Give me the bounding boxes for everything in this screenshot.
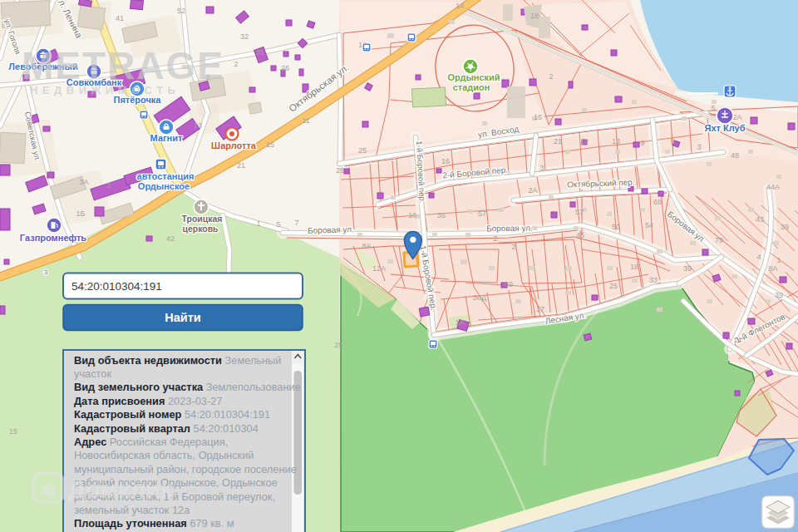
svg-text:METRAGE: METRAGE: [22, 44, 224, 87]
svg-text:церковь: церковь: [182, 224, 219, 234]
svg-text:44А: 44А: [766, 183, 780, 191]
svg-text:автостанция: автостанция: [137, 171, 195, 181]
svg-text:Домклик: Домклик: [68, 476, 173, 503]
svg-text:42: 42: [166, 234, 175, 243]
svg-text:12А: 12А: [372, 264, 386, 273]
svg-text:земельный участок 12а: земельный участок 12а: [74, 504, 190, 516]
svg-text:2: 2: [493, 234, 497, 243]
svg-text:18: 18: [530, 12, 539, 20]
svg-text:45: 45: [576, 231, 584, 239]
svg-text:15: 15: [266, 140, 274, 149]
svg-text:17: 17: [580, 138, 589, 146]
svg-text:7: 7: [294, 219, 298, 227]
svg-text:9: 9: [640, 139, 644, 147]
svg-text:Троицкая: Троицкая: [182, 214, 223, 224]
svg-text:3: 3: [44, 268, 48, 276]
svg-text:Вид объекта недвижимости Земел: Вид объекта недвижимости Земельный: [74, 354, 281, 367]
svg-text:41: 41: [116, 14, 124, 22]
svg-text:13: 13: [612, 137, 620, 145]
svg-text:25: 25: [609, 282, 618, 290]
svg-text:1: 1: [776, 256, 781, 264]
svg-text:3А: 3А: [79, 178, 88, 186]
svg-text:2: 2: [234, 60, 238, 68]
svg-text:14: 14: [733, 336, 741, 344]
svg-text:50: 50: [612, 223, 620, 231]
svg-text:31: 31: [256, 48, 264, 57]
svg-text:17: 17: [536, 305, 544, 313]
svg-text:25: 25: [336, 166, 344, 175]
svg-text:2А: 2А: [528, 186, 537, 195]
svg-text:18: 18: [630, 263, 638, 271]
svg-text:5: 5: [276, 220, 280, 229]
svg-text:10: 10: [408, 211, 416, 219]
svg-text:Вид земельного участка Землепо: Вид земельного участка Землепользование: [74, 381, 301, 393]
svg-text:57: 57: [478, 209, 486, 218]
svg-text:69: 69: [505, 280, 513, 288]
svg-text:39: 39: [683, 264, 692, 273]
svg-text:43: 43: [756, 215, 764, 224]
svg-text:48: 48: [731, 151, 739, 160]
svg-text:стадион: стадион: [453, 82, 490, 92]
svg-text:57: 57: [575, 208, 584, 216]
svg-text:69: 69: [653, 198, 662, 206]
svg-text:Боровая ул.: Боровая ул.: [308, 224, 354, 235]
svg-text:8А: 8А: [362, 242, 371, 250]
svg-text:участок: участок: [74, 367, 111, 380]
svg-text:2: 2: [549, 72, 553, 81]
svg-text:52: 52: [177, 7, 185, 15]
svg-text:39: 39: [775, 291, 783, 299]
svg-text:Адрес Российская Федерация,: Адрес Российская Федерация,: [74, 436, 228, 448]
svg-text:3: 3: [539, 164, 544, 172]
svg-text:Яхт Клуб: Яхт Клуб: [705, 123, 746, 133]
svg-text:Ордынский: Ордынский: [447, 72, 500, 82]
svg-text:5: 5: [711, 104, 715, 112]
svg-text:36Д: 36Д: [473, 293, 486, 302]
svg-text:Дата присвоения 2023-03-27: Дата присвоения 2023-03-27: [74, 395, 222, 407]
svg-text:79: 79: [715, 236, 723, 244]
svg-text:14: 14: [456, 2, 464, 10]
svg-text:25: 25: [334, 341, 342, 349]
svg-text:Газпромнефть: Газпромнефть: [20, 233, 87, 243]
svg-text:Кадастровый номер 54:20:010304: Кадастровый номер 54:20:010304:191: [74, 408, 270, 421]
svg-text:НЕДВИЖИМОСТЬ: НЕДВИЖИМОСТЬ: [30, 84, 180, 96]
svg-text:Ордынское: Ордынское: [138, 181, 190, 191]
svg-text:2: 2: [106, 181, 111, 190]
svg-text:Боровая ул.: Боровая ул.: [486, 224, 533, 234]
svg-text:5: 5: [670, 137, 674, 145]
svg-text:Новосибирская область, Ордынск: Новосибирская область, Ордынский: [74, 449, 254, 461]
svg-text:11: 11: [302, 116, 309, 125]
svg-text:1Б: 1Б: [76, 209, 86, 218]
svg-text:Кадастровый квартал 54:20:0103: Кадастровый квартал 54:20:010304: [74, 422, 259, 435]
svg-text:2А: 2А: [732, 113, 741, 121]
svg-text:25: 25: [358, 146, 367, 155]
svg-text:Найти: Найти: [165, 311, 200, 324]
svg-text:35: 35: [437, 211, 446, 219]
svg-text:54: 54: [645, 221, 653, 229]
svg-text:2: 2: [511, 243, 515, 251]
svg-text:1А: 1А: [455, 318, 464, 327]
svg-text:Площадь уточненная 679 кв. м: Площадь уточненная 679 кв. м: [74, 517, 234, 530]
svg-text:муниципальный район, городское: муниципальный район, городское поселение: [74, 463, 297, 475]
svg-text:16: 16: [441, 157, 450, 165]
svg-text:32: 32: [240, 32, 249, 41]
svg-text:39: 39: [781, 223, 789, 231]
svg-text:1: 1: [256, 219, 260, 228]
svg-text:21: 21: [237, 161, 245, 170]
svg-text:3: 3: [697, 143, 701, 151]
svg-text:33: 33: [649, 276, 658, 284]
svg-text:15: 15: [9, 427, 17, 436]
svg-text:54:20:010304:191: 54:20:010304:191: [71, 280, 162, 293]
svg-text:13: 13: [194, 121, 202, 130]
svg-text:Шарлотта: Шарлотта: [211, 140, 257, 150]
svg-text:8А: 8А: [768, 264, 777, 273]
svg-text:Магнит: Магнит: [150, 133, 183, 143]
svg-text:16: 16: [534, 113, 542, 121]
svg-text:26: 26: [281, 64, 289, 72]
svg-text:4: 4: [756, 253, 761, 261]
svg-text:21: 21: [554, 137, 562, 145]
